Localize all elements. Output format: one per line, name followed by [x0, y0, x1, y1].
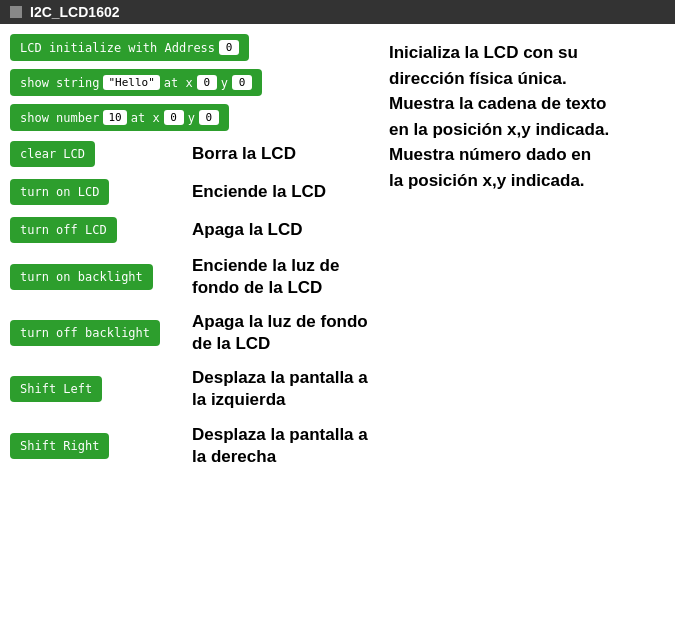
block-at-x1-label: at x: [164, 76, 193, 90]
row-turn-on-backlight: turn on backlight Enciende la luz de fon…: [10, 255, 375, 299]
title-bar-dot: [10, 6, 22, 18]
block-x1-val[interactable]: 0: [197, 75, 217, 90]
row-turn-off-lcd: turn off LCD Apaga la LCD: [10, 217, 375, 243]
title-bar: I2C_LCD1602: [0, 0, 675, 24]
block-at-x2-label: at x: [131, 111, 160, 125]
desc-shift-right: Desplaza la pantalla a la derecha: [192, 424, 375, 468]
block-hello-val[interactable]: "Hello": [103, 75, 159, 90]
top-description: Inicializa la LCD con su dirección físic…: [385, 38, 665, 193]
row-shift-left: Shift Left Desplaza la pantalla a la izq…: [10, 367, 375, 411]
block-y2-label: y: [188, 111, 195, 125]
block-shift-left[interactable]: Shift Left: [10, 376, 102, 402]
desc-shift-left: Desplaza la pantalla a la izquierda: [192, 367, 375, 411]
block-turn-on-lcd[interactable]: turn on LCD: [10, 179, 109, 205]
block-num-val[interactable]: 10: [103, 110, 126, 125]
block-shift-right[interactable]: Shift Right: [10, 433, 109, 459]
desc-clear-lcd: Borra la LCD: [192, 143, 296, 165]
block-show-string-label: show string: [20, 76, 99, 90]
desc-turn-off-backlight: Apaga la luz de fondo de la LCD: [192, 311, 375, 355]
desc-turn-on-backlight: Enciende la luz de fondo de la LCD: [192, 255, 375, 299]
block-y2-val[interactable]: 0: [199, 110, 219, 125]
block-y1-label: y: [221, 76, 228, 90]
row-turn-off-backlight: turn off backlight Apaga la luz de fondo…: [10, 311, 375, 355]
desc-turn-on-lcd: Enciende la LCD: [192, 181, 326, 203]
block-turn-off-lcd[interactable]: turn off LCD: [10, 217, 117, 243]
row-clear-lcd: clear LCD Borra la LCD: [10, 141, 375, 167]
block-show-number[interactable]: show number 10 at x 0 y 0: [10, 104, 229, 131]
block-clear-lcd[interactable]: clear LCD: [10, 141, 95, 167]
block-show-number-label: show number: [20, 111, 99, 125]
title-bar-label: I2C_LCD1602: [30, 4, 120, 20]
desc-turn-off-lcd: Apaga la LCD: [192, 219, 303, 241]
block-initialize[interactable]: LCD initialize with Address 0: [10, 34, 249, 61]
row-turn-on-lcd: turn on LCD Enciende la LCD: [10, 179, 375, 205]
block-show-string[interactable]: show string "Hello" at x 0 y 0: [10, 69, 262, 96]
block-turn-off-backlight[interactable]: turn off backlight: [10, 320, 160, 346]
block-turn-on-backlight[interactable]: turn on backlight: [10, 264, 153, 290]
block-initialize-label: LCD initialize with Address: [20, 41, 215, 55]
row-shift-right: Shift Right Desplaza la pantalla a la de…: [10, 424, 375, 468]
block-x2-val[interactable]: 0: [164, 110, 184, 125]
block-init-address[interactable]: 0: [219, 40, 239, 55]
block-y1-val[interactable]: 0: [232, 75, 252, 90]
